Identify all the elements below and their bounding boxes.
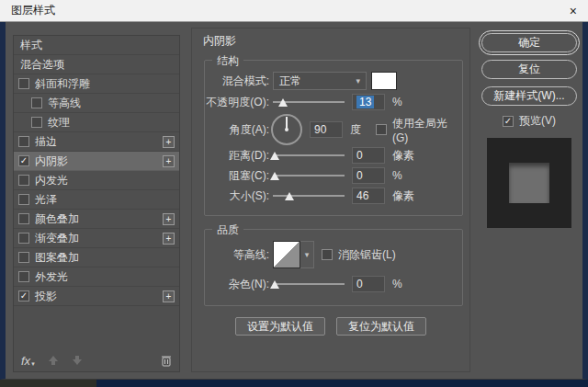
new-style-button[interactable]: 新建样式(W)... — [481, 86, 577, 106]
blend-mode-label: 混合模式: — [205, 74, 269, 89]
fx-effects-icon[interactable]: fx — [21, 354, 30, 368]
styles-list-toolbar: fx▾ — [14, 350, 179, 370]
style-checkbox[interactable] — [18, 233, 29, 244]
background-strip-left — [0, 380, 96, 387]
slider-thumb[interactable] — [278, 98, 288, 107]
sidebar-item-label: 样式 — [20, 38, 42, 53]
quality-group: 品质 等高线: ▾ 消除锯齿(L) 杂色(N): — [204, 229, 463, 306]
close-icon[interactable]: × — [570, 5, 577, 17]
sidebar-item-7[interactable]: 内发光 — [14, 171, 179, 190]
sidebar-item-6[interactable]: 内阴影+ — [14, 152, 179, 171]
sidebar-item-label: 投影 — [35, 289, 57, 304]
distance-field[interactable]: 0 — [352, 147, 385, 164]
sidebar-item-label: 渐变叠加 — [35, 231, 79, 246]
sidebar-item-11[interactable]: 图案叠加 — [14, 248, 179, 267]
slider-thumb[interactable] — [270, 172, 279, 180]
slider-thumb[interactable] — [270, 152, 279, 160]
sidebar-item-0[interactable]: 样式 — [14, 36, 179, 55]
reset-button[interactable]: 复位 — [481, 60, 577, 79]
structure-legend: 结构 — [212, 53, 243, 69]
style-checkbox[interactable] — [31, 97, 42, 108]
sidebar-item-1[interactable]: 混合选项 — [14, 55, 179, 74]
style-checkbox[interactable] — [18, 175, 29, 186]
chevron-down-icon: ▾ — [356, 76, 360, 85]
size-row: 大小(S): 46 像素 — [205, 188, 457, 204]
move-effect-down-icon[interactable] — [72, 355, 83, 366]
sidebar-item-5[interactable]: 描边+ — [14, 132, 179, 152]
style-checkbox[interactable] — [18, 213, 29, 224]
size-label: 大小(S): — [205, 188, 269, 204]
style-checkbox[interactable] — [18, 78, 29, 89]
add-effect-icon[interactable]: + — [163, 290, 175, 302]
fx-caret-icon: ▾ — [31, 360, 35, 368]
angle-dial[interactable] — [271, 114, 302, 145]
style-checkbox[interactable] — [18, 252, 29, 263]
angle-field[interactable]: 90 — [310, 121, 343, 138]
sidebar-item-8[interactable]: 光泽 — [14, 190, 179, 210]
global-light-checkbox[interactable] — [376, 124, 387, 135]
noise-slider[interactable] — [273, 278, 345, 290]
style-checkbox[interactable] — [18, 194, 29, 205]
screenshot-root: 图层样式 × 样式混合选项斜面和浮雕等高线纹理描边+内阴影+内发光光泽颜色叠加+… — [0, 0, 588, 387]
sidebar-item-2[interactable]: 斜面和浮雕 — [14, 74, 179, 94]
sidebar-item-label: 图案叠加 — [35, 250, 79, 266]
add-effect-icon[interactable]: + — [163, 233, 175, 245]
inner-shadow-panel: 内阴影 结构 混合模式: 正常 ▾ 不透明度(O): — [191, 28, 470, 372]
sidebar-item-label: 光泽 — [35, 192, 57, 208]
noise-field[interactable]: 0 — [352, 276, 385, 292]
style-checkbox[interactable] — [18, 290, 29, 302]
choke-field[interactable]: 0 — [352, 167, 385, 184]
shadow-color-swatch[interactable] — [371, 72, 397, 90]
sidebar-item-9[interactable]: 颜色叠加+ — [14, 210, 179, 229]
style-preview-inner-square — [509, 163, 549, 203]
opacity-label: 不透明度(O): — [205, 95, 269, 110]
panel-title: 内阴影 — [192, 28, 469, 54]
styles-list: 样式混合选项斜面和浮雕等高线纹理描边+内阴影+内发光光泽颜色叠加+渐变叠加+图案… — [14, 36, 179, 306]
sidebar-item-4[interactable]: 纹理 — [14, 113, 179, 132]
styles-list-panel: 样式混合选项斜面和浮雕等高线纹理描边+内阴影+内发光光泽颜色叠加+渐变叠加+图案… — [13, 35, 180, 372]
opacity-slider[interactable] — [273, 96, 345, 108]
angle-unit: 度 — [350, 122, 361, 138]
style-checkbox[interactable] — [18, 271, 29, 282]
opacity-row: 不透明度(O): 13 % — [205, 94, 457, 110]
style-preview-thumbnail — [487, 138, 571, 228]
contour-dropdown-icon[interactable]: ▾ — [300, 241, 314, 268]
blend-mode-value: 正常 — [279, 74, 301, 89]
choke-row: 阻塞(C): 0 % — [205, 167, 457, 184]
slider-track — [273, 175, 345, 176]
distance-slider[interactable] — [273, 149, 345, 162]
delete-effect-icon[interactable] — [161, 354, 172, 367]
sidebar-item-12[interactable]: 外发光 — [14, 267, 179, 287]
choke-unit: % — [392, 169, 402, 182]
noise-row: 杂色(N): 0 % — [205, 276, 457, 292]
sidebar-item-3[interactable]: 等高线 — [14, 94, 179, 113]
style-checkbox[interactable] — [18, 136, 29, 147]
style-checkbox[interactable] — [31, 117, 42, 128]
slider-thumb[interactable] — [270, 280, 279, 289]
choke-slider[interactable] — [273, 169, 345, 182]
contour-label: 等高线: — [205, 247, 269, 263]
make-default-button[interactable]: 设置为默认值 — [235, 317, 325, 336]
antialias-checkbox[interactable] — [322, 249, 333, 260]
move-effect-up-icon[interactable] — [48, 355, 59, 366]
add-effect-icon[interactable]: + — [163, 213, 175, 225]
dialog-actions: 确定 复位 新建样式(W)... 预览(V) — [478, 33, 581, 228]
reset-default-button[interactable]: 复位为默认值 — [336, 317, 426, 336]
preview-checkbox[interactable] — [503, 116, 514, 127]
size-field[interactable]: 46 — [352, 188, 385, 204]
slider-thumb[interactable] — [285, 192, 294, 200]
style-checkbox[interactable] — [18, 155, 29, 166]
sidebar-item-13[interactable]: 投影+ — [14, 287, 179, 306]
opacity-field[interactable]: 13 — [352, 94, 385, 110]
add-effect-icon[interactable]: + — [163, 136, 175, 148]
size-slider[interactable] — [273, 189, 345, 202]
blend-mode-select[interactable]: 正常 ▾ — [273, 72, 367, 90]
add-effect-icon[interactable]: + — [163, 155, 175, 167]
ok-button[interactable]: 确定 — [481, 33, 577, 52]
sidebar-item-10[interactable]: 渐变叠加+ — [14, 229, 179, 248]
contour-picker[interactable] — [273, 241, 300, 268]
slider-track — [273, 283, 345, 285]
sidebar-item-label: 外发光 — [35, 269, 68, 285]
angle-row: 角度(A): 90 度 使用全局光(G) — [205, 114, 457, 145]
background-strip — [0, 380, 588, 387]
